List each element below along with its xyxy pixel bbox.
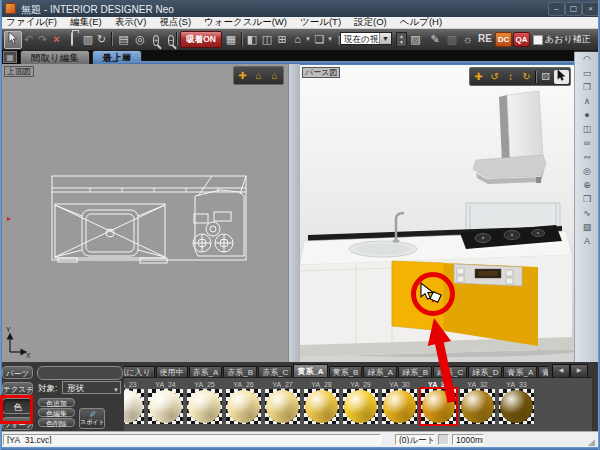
swatch-checker — [382, 389, 417, 424]
home-dropdown-icon[interactable]: ▾ — [304, 31, 312, 47]
color-action-button-2[interactable]: 色編集 — [38, 408, 75, 417]
swatch-label: YA_31 — [419, 380, 458, 389]
target-label: 対象: — [38, 383, 57, 395]
color-swatch[interactable]: YA_29 — [341, 380, 380, 424]
menu-item-2[interactable]: 編集(E) — [70, 16, 102, 29]
group-spheres-tool-icon[interactable]: ∾ — [575, 150, 599, 164]
palette-tab-6[interactable]: 黄系_A — [293, 364, 327, 378]
svg-text:X: X — [26, 352, 31, 359]
tilt-correction-checkbox[interactable] — [533, 35, 543, 45]
minimize-button[interactable]: – — [548, 2, 565, 16]
spheres-tool-icon[interactable]: ∞ — [575, 136, 599, 150]
cube-tool-icon[interactable]: ◫ — [575, 122, 599, 136]
resize-grip[interactable]: ◢ — [588, 437, 595, 447]
mode-button-1[interactable]: パーツ — [2, 366, 33, 379]
color-swatch[interactable]: YA_27 — [263, 380, 302, 424]
menu-item-7[interactable]: 設定(O) — [354, 16, 387, 29]
move-object-tool-icon[interactable]: ⊕ — [575, 178, 599, 192]
render-re-icon[interactable]: RE — [477, 32, 493, 45]
orbit-icon[interactable]: ↺ — [487, 70, 502, 84]
target-tool-icon[interactable]: ◎ — [575, 164, 599, 178]
viewpoint-select[interactable]: 現在の視点 ▼ — [340, 32, 392, 45]
polyline-tool-icon[interactable]: ∧ — [575, 94, 599, 108]
elevate-icon[interactable]: ↕ — [503, 70, 518, 84]
target-select[interactable]: 形状 ▼ — [62, 381, 121, 394]
close-button[interactable]: × — [582, 2, 599, 16]
menu-item-6[interactable]: ツール(T) — [300, 16, 341, 29]
dc-badge-icon[interactable]: DC — [495, 32, 512, 47]
menu-item-8[interactable]: ヘルプ(H) — [400, 16, 442, 29]
swatch-label: YA_32 — [458, 380, 497, 389]
open-folder-icon[interactable] — [64, 31, 80, 47]
color-swatch[interactable]: YA_24 — [146, 380, 185, 424]
rotate-view-icon[interactable]: ↻ — [95, 31, 108, 47]
snapshot-icon[interactable]: ⚄ — [538, 70, 553, 84]
color-swatch[interactable]: YA_23 — [124, 380, 146, 424]
chevron-down-icon[interactable]: ▼ — [379, 33, 391, 44]
maximize-button[interactable]: ▢ — [565, 2, 582, 16]
menu-item-4[interactable]: 視点(S) — [159, 16, 191, 29]
pipe-tool-icon[interactable]: ∿ — [575, 206, 599, 220]
color-swatch[interactable]: YA_28 — [302, 380, 341, 424]
layers-icon[interactable]: ❏ — [313, 31, 326, 47]
color-swatch[interactable]: YA_33 — [497, 380, 536, 424]
toolbar-separator — [241, 32, 243, 46]
select-cursor-icon[interactable] — [554, 70, 569, 84]
palette-tab-scroll-right-icon[interactable]: ▶ — [570, 364, 588, 378]
swatch-label: YA_23 — [124, 380, 146, 389]
single-pane-icon[interactable]: ◧ — [245, 31, 259, 47]
workspace-tab-1[interactable]: 間取り編集 — [20, 50, 90, 64]
snap-on-button[interactable]: 吸着ON — [180, 31, 222, 48]
swatch-sphere — [500, 390, 533, 423]
snapshot-image-icon[interactable]: ▨ — [408, 31, 423, 47]
palette-tab-scroll-left-icon[interactable]: ◀ — [552, 364, 570, 378]
floorplan-view[interactable]: 上面図 ✚ ⌂ ⌂ — [2, 64, 288, 362]
color-swatch[interactable]: YA_25 — [185, 380, 224, 424]
texture-tool-icon[interactable]: ▨ — [575, 220, 599, 234]
ruler-bars-icon[interactable]: ▥ — [445, 31, 459, 47]
pan-icon[interactable]: ✚ — [471, 70, 486, 84]
select-cursor-icon[interactable] — [4, 31, 22, 49]
menu-item-1[interactable]: ファイル(F) — [6, 16, 57, 29]
quad-pane-icon[interactable]: ⊞ — [275, 31, 289, 47]
sphere-tool-icon[interactable]: ● — [575, 108, 599, 122]
color-swatch[interactable]: YA_26 — [224, 380, 263, 424]
lighting-icon[interactable]: ☼ — [461, 31, 474, 47]
viewpoint-stepper[interactable]: ▲▼ — [396, 32, 407, 47]
layers-dropdown-icon[interactable]: ▾ — [326, 31, 334, 47]
color-name-field[interactable] — [37, 366, 123, 380]
delete-icon[interactable]: × — [50, 31, 63, 47]
swatch-checker — [187, 389, 222, 424]
text-object-tool-icon[interactable]: A — [575, 234, 599, 248]
split-pane-icon[interactable]: ◫ — [260, 31, 274, 47]
zoom-in-icon[interactable]: + — [149, 31, 163, 47]
walk-rotate-icon[interactable]: ↻ — [519, 70, 534, 84]
measure-pen-icon[interactable]: ✎ — [428, 31, 442, 47]
stack-tool-icon[interactable]: ❒ — [575, 192, 599, 206]
redo-icon[interactable]: ↷ — [36, 31, 49, 47]
qa-badge-icon[interactable]: QA — [513, 32, 530, 47]
perspective-view[interactable]: パース図 ✚ ↺ ↕ ↻ ⚄ — [300, 64, 574, 363]
color-swatch[interactable]: YA_31 — [419, 380, 458, 424]
layout-toggle-button[interactable]: ▦ — [3, 51, 17, 63]
grid-icon[interactable]: ▦ — [224, 31, 238, 47]
swatch-label: YA_29 — [341, 380, 380, 389]
color-swatch[interactable]: YA_30 — [380, 380, 419, 424]
target-view-icon[interactable]: ◎ — [133, 31, 147, 47]
color-swatch[interactable]: YA_32 — [458, 380, 497, 424]
floorplan-wireframe: Y X — [2, 64, 288, 362]
mode-button-2[interactable]: テクスチャ — [2, 382, 33, 395]
menu-item-5[interactable]: ウォークスルー(W) — [204, 16, 287, 29]
arc-tool-icon[interactable]: ◠ — [575, 52, 599, 66]
component-icon[interactable]: ▥ — [82, 31, 94, 47]
rect-tool-icon[interactable]: ▭ — [575, 66, 599, 80]
color-action-button-1[interactable]: 色追加 — [38, 398, 75, 407]
display-mode-icon[interactable]: ▤ — [116, 31, 131, 47]
menu-item-3[interactable]: 表示(V) — [115, 16, 147, 29]
swatch-label: YA_26 — [224, 380, 263, 389]
eyedropper-button[interactable]: ✑ スポイト — [79, 408, 105, 429]
home-view-icon[interactable]: ⌂ — [291, 31, 304, 47]
copy-tool-icon[interactable]: ❐ — [575, 80, 599, 94]
undo-icon[interactable]: ↶ — [22, 31, 35, 47]
color-action-button-3[interactable]: 色削除 — [38, 418, 75, 427]
